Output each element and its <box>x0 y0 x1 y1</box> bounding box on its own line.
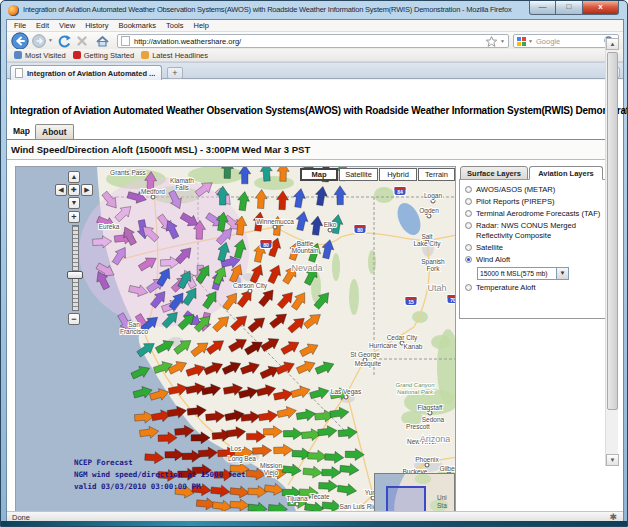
city-dot <box>425 463 429 467</box>
pan-up-button[interactable]: ▲ <box>68 171 80 183</box>
city-label: Prescott <box>406 423 430 430</box>
menu-item[interactable]: Tools <box>161 21 189 30</box>
scroll-down-button[interactable]: ▼ <box>606 454 619 466</box>
city-label: Flagstaff <box>418 404 443 412</box>
radio-button[interactable] <box>465 186 472 193</box>
menu-item[interactable]: View <box>54 21 80 30</box>
layer-option[interactable]: Temperature Aloft <box>464 283 603 293</box>
search-engine-dropdown[interactable]: ▼ <box>528 38 533 44</box>
maptype-hybrid-button[interactable]: Hybrid <box>379 168 417 181</box>
park-area <box>374 187 394 203</box>
reload-button[interactable] <box>57 34 71 48</box>
menu-item[interactable]: Bookmarks <box>114 21 162 30</box>
page-title: Integration of Aviation Automated Weathe… <box>10 105 628 116</box>
maptype-satellite-button[interactable]: Satellite <box>339 168 378 181</box>
zoom-slider-track[interactable] <box>72 225 79 311</box>
maximize-button[interactable]: □ <box>556 1 582 15</box>
layer-option-label: Temperature Aloft <box>476 283 602 293</box>
status-bar: Done ✱ <box>7 511 623 521</box>
city-label: Elko <box>324 221 337 228</box>
radio-button[interactable] <box>465 210 472 217</box>
radio-button[interactable] <box>465 256 472 263</box>
interstate-shield: 80 <box>354 224 367 234</box>
map-viewport[interactable]: Grants PassMedfordKlamathFallsEurekaWinn… <box>15 166 456 527</box>
tab-about[interactable]: About <box>35 124 74 139</box>
city-label: Eureka <box>99 223 120 230</box>
city-dot <box>431 199 435 203</box>
stop-button[interactable] <box>75 34 89 48</box>
menu-item[interactable]: File <box>9 21 31 30</box>
tab-surface-layers[interactable]: Surface Layers <box>460 166 528 180</box>
bookmark-item[interactable]: Getting Started <box>73 51 134 60</box>
url-text[interactable]: http://aviation.weathershare.org/ <box>134 37 485 46</box>
layer-option-label: Terminal Aerodrome Forecasts (TAF) <box>476 209 602 219</box>
tab-map[interactable]: Map <box>10 124 33 138</box>
scrollbar-thumb[interactable] <box>607 52 618 410</box>
vertical-scrollbar[interactable]: ▲ ▼ <box>605 38 618 466</box>
svg-text:80: 80 <box>263 242 269 248</box>
tab-favicon <box>15 68 23 78</box>
pan-left-button[interactable]: ◀ <box>55 184 67 196</box>
wind-aloft-level-select[interactable]: 15000 ft MSL(575 mb)▼ <box>477 267 569 280</box>
maptype-map-button[interactable]: Map <box>300 168 338 181</box>
back-button[interactable] <box>11 32 29 50</box>
layer-option[interactable]: Satellite <box>464 243 603 253</box>
pan-down-button[interactable]: ▼ <box>68 197 80 209</box>
menu-item[interactable]: Edit <box>31 21 54 30</box>
city-label: Cedar City <box>387 334 418 342</box>
url-bar[interactable]: http://aviation.weathershare.org/ ▼ <box>117 34 509 48</box>
zoom-slider-thumb[interactable] <box>67 271 83 279</box>
tab-aviation-layers[interactable]: Aviation Layers <box>529 166 603 180</box>
title-bar[interactable]: Integration of Aviation Automated Weathe… <box>1 1 627 20</box>
bookmark-item[interactable]: Latest Headlines <box>141 51 208 60</box>
city-label: Logan <box>424 192 442 200</box>
page-content: Integration of Aviation Automated Weathe… <box>7 80 623 511</box>
city-label: Sedona <box>422 416 445 423</box>
pan-center-button[interactable]: ✚ <box>68 184 80 196</box>
city-label: Kanab <box>404 343 423 350</box>
layer-option[interactable]: Radar: NWS CONUS Merged Reflectivity Com… <box>464 221 603 240</box>
firefox-icon <box>8 5 19 16</box>
forward-button[interactable] <box>32 34 46 48</box>
zoom-out-button[interactable]: − <box>68 313 80 325</box>
layer-option[interactable]: Terminal Aerodrome Forecasts (TAF) <box>464 209 603 219</box>
inset-label-line2: Sta <box>437 502 447 509</box>
menu-item[interactable]: Help <box>189 21 214 30</box>
new-tab-button[interactable]: + <box>167 67 183 79</box>
scroll-up-button[interactable]: ▲ <box>606 38 619 50</box>
city-label: Mesquite <box>355 360 382 368</box>
window-title: Integration of Aviation Automated Weathe… <box>23 5 533 14</box>
radio-button[interactable] <box>465 198 472 205</box>
svg-text:80: 80 <box>357 227 363 233</box>
minimize-button[interactable]: — <box>529 1 556 15</box>
bookmarks-bar: Most Visited Getting Started Latest Head… <box>7 49 623 62</box>
window-bottom-frame <box>1 521 628 527</box>
home-button[interactable] <box>95 34 110 48</box>
search-box[interactable]: ▼ Google <box>513 34 619 48</box>
radio-button[interactable] <box>465 222 472 229</box>
close-button[interactable]: x <box>582 1 619 15</box>
city-label: Hurricane <box>369 342 398 349</box>
menu-item[interactable]: History <box>80 21 113 30</box>
layer-option[interactable]: AWOS/ASOS (METAR) <box>464 185 603 195</box>
city-dot <box>151 195 155 199</box>
radio-button[interactable] <box>465 284 472 291</box>
city-label: St George <box>350 351 380 359</box>
location-dropdown[interactable]: ▼ <box>500 38 505 44</box>
google-icon <box>517 37 526 46</box>
maptype-terrain-button[interactable]: Terrain <box>418 168 455 181</box>
layer-option[interactable]: Wind Aloft <box>464 255 603 265</box>
back-forward-dropdown[interactable]: ▼ <box>48 37 53 43</box>
browser-tab[interactable]: Integration of Aviation Automated ... <box>10 65 162 80</box>
bookmark-star-icon[interactable] <box>485 35 498 48</box>
search-placeholder[interactable]: Google <box>536 37 603 46</box>
select-dropdown-arrow[interactable]: ▼ <box>556 268 568 279</box>
park-area <box>349 279 359 315</box>
layer-option-label: Radar: NWS CONUS Merged Reflectivity Com… <box>476 221 602 240</box>
pan-right-button[interactable]: ▶ <box>81 184 93 196</box>
zoom-in-button[interactable]: + <box>68 211 80 223</box>
radio-button[interactable] <box>465 244 472 251</box>
bookmark-icon <box>73 51 81 59</box>
layer-option[interactable]: Pilot Reports (PIREPS) <box>464 197 603 207</box>
bookmark-item[interactable]: Most Visited <box>14 51 66 60</box>
